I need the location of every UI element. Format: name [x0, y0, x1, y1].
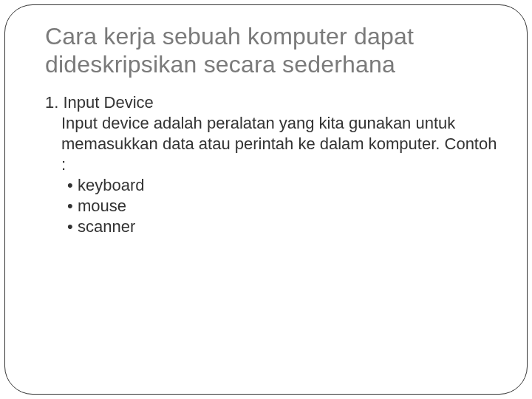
list-item-header: 1. Input Device [45, 92, 497, 113]
bullet-text: mouse [78, 197, 126, 215]
bullet-text: scanner [78, 217, 135, 236]
item-description: Input device adalah peralatan yang kita … [45, 113, 497, 175]
slide-frame: Cara kerja sebuah komputer dapat dideskr… [4, 4, 528, 395]
item-name: Input Device [63, 93, 153, 112]
bullet-icon: • [67, 216, 78, 237]
slide-title: Cara kerja sebuah komputer dapat dideskr… [45, 23, 497, 79]
bullet-icon: • [67, 175, 78, 196]
list-item: •scanner [67, 216, 497, 237]
list-item: •keyboard [67, 175, 497, 196]
bullet-text: keyboard [78, 176, 145, 194]
slide-body: 1. Input Device Input device adalah pera… [45, 92, 497, 238]
bullet-icon: • [67, 196, 78, 216]
list-item: •mouse [67, 196, 497, 216]
bullet-list: •keyboard •mouse •scanner [45, 175, 497, 237]
item-number: 1. [45, 93, 58, 112]
